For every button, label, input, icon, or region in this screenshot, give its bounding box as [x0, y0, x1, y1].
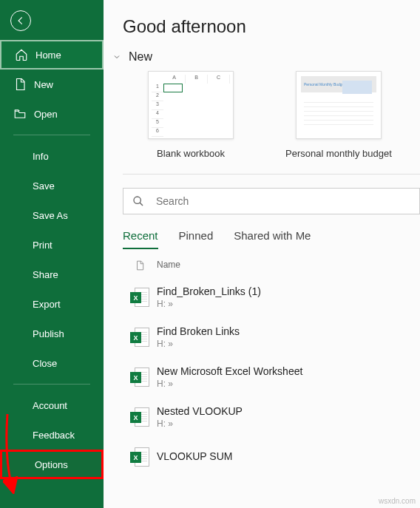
file-path: H: » [157, 299, 420, 309]
sidebar-item-info[interactable]: Info [0, 141, 104, 171]
page-title: Good afternoon [123, 16, 420, 37]
sidebar-item-export[interactable]: Export [0, 289, 104, 319]
sidebar-label-new: New [34, 79, 53, 90]
sidebar-item-share[interactable]: Share [0, 260, 104, 289]
arrow-left-icon [16, 16, 26, 26]
section-new-toggle[interactable]: New [111, 50, 420, 64]
sidebar-item-close[interactable]: Close [0, 348, 104, 378]
excel-file-icon: X [123, 368, 157, 387]
file-row[interactable]: X Find_Broken_Links (1) H: » [123, 277, 420, 317]
watermark: wsxdn.com [379, 497, 416, 505]
tab-pinned[interactable]: Pinned [179, 229, 214, 249]
template-label-budget: Personal monthly budget [285, 148, 392, 159]
sidebar-item-save[interactable]: Save [0, 171, 104, 200]
file-row[interactable]: X Find Broken Links H: » [123, 317, 420, 357]
divider [13, 384, 90, 385]
template-label-blank: Blank workbook [157, 148, 225, 159]
sidebar-item-save-as[interactable]: Save As [0, 200, 104, 230]
file-name: New Microsoft Excel Worksheet [157, 365, 420, 377]
excel-file-icon: X [123, 328, 157, 347]
sidebar-item-publish[interactable]: Publish [0, 319, 104, 348]
search-icon [132, 195, 144, 207]
divider [13, 135, 90, 135]
file-name: Find_Broken_Links (1) [157, 285, 420, 297]
sidebar-label-home: Home [35, 50, 61, 61]
template-blank-workbook[interactable]: ABC 123456 Blank workbook [148, 71, 234, 159]
back-button[interactable] [10, 10, 31, 31]
annotation-arrow [3, 413, 18, 494]
tab-recent[interactable]: Recent [123, 229, 158, 249]
sidebar-item-new[interactable]: New [0, 70, 104, 99]
template-thumb-budget: Personal Monthly Budget [296, 71, 382, 139]
excel-file-icon: X [123, 447, 157, 467]
chevron-down-icon [111, 51, 123, 63]
file-icon [135, 260, 145, 271]
excel-file-icon: X [123, 407, 157, 427]
file-name: VLOOKUP SUM [157, 450, 420, 462]
divider [123, 174, 420, 175]
column-name[interactable]: Name [157, 260, 420, 271]
sidebar-item-open[interactable]: Open [0, 99, 104, 129]
search-input[interactable] [156, 195, 410, 207]
section-new-title: New [129, 50, 152, 64]
home-icon [15, 48, 28, 61]
folder-open-icon [13, 107, 27, 121]
file-path: H: » [157, 339, 420, 349]
search-box[interactable] [123, 188, 420, 214]
template-thumb-blank: ABC 123456 [148, 71, 234, 139]
new-file-icon [13, 78, 27, 91]
list-header: Name [123, 260, 420, 271]
file-row[interactable]: X Nested VLOOKUP H: » [123, 397, 420, 437]
template-personal-budget[interactable]: Personal Monthly Budget Personal monthly… [285, 71, 392, 159]
file-path: H: » [157, 419, 420, 429]
svg-point-0 [134, 197, 140, 203]
file-name: Find Broken Links [157, 325, 420, 337]
file-row[interactable]: X VLOOKUP SUM [123, 437, 420, 477]
sidebar-item-print[interactable]: Print [0, 230, 104, 260]
file-row[interactable]: X New Microsoft Excel Worksheet H: » [123, 357, 420, 397]
sidebar-item-home[interactable]: Home [0, 40, 104, 70]
file-name: Nested VLOOKUP [157, 405, 420, 417]
tab-shared[interactable]: Shared with Me [234, 229, 311, 249]
sidebar-label-open: Open [34, 109, 58, 120]
excel-file-icon: X [123, 288, 157, 307]
file-path: H: » [157, 379, 420, 389]
